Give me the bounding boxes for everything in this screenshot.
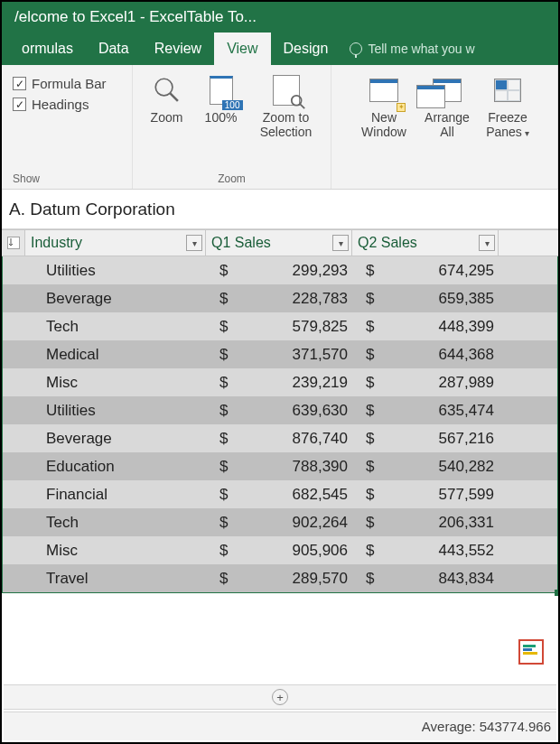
column-header-industry[interactable]: Industry ▾ <box>25 230 206 256</box>
cell-q2[interactable]: $843,834 <box>353 570 499 588</box>
cell-industry[interactable]: Beverage <box>26 290 207 308</box>
svg-line-3 <box>299 104 303 108</box>
ribbon: ✓ Formula Bar ✓ Headings Show Zoom 100 <box>2 65 558 190</box>
cell-q2[interactable]: $567,216 <box>353 430 499 448</box>
tab-formulas[interactable]: ormulas <box>9 33 86 65</box>
cell-q2[interactable]: $674,295 <box>353 262 499 280</box>
ribbon-group-label-zoom: Zoom <box>218 171 246 187</box>
filter-button-q1[interactable]: ▾ <box>332 235 349 251</box>
fill-handle[interactable] <box>555 590 560 596</box>
formula-bar[interactable]: A. Datum Corporation <box>2 190 558 229</box>
status-average-value: 543774.966 <box>480 719 551 734</box>
ribbon-tabs: ormulas Data Review View Design Tell me … <box>2 33 558 65</box>
table-row[interactable]: Utilities$639,630$635,474 <box>3 396 557 424</box>
cell-industry[interactable]: Education <box>26 458 207 476</box>
cell-industry[interactable]: Tech <box>26 318 207 336</box>
cell-q2[interactable]: $577,599 <box>353 486 499 504</box>
zoom-100-button[interactable]: 100 100% <box>196 70 247 141</box>
cell-q1[interactable]: $371,570 <box>207 346 353 364</box>
new-window-icon: ✦ <box>366 72 402 108</box>
quick-analysis-button[interactable] <box>518 639 544 665</box>
cell-industry[interactable]: Beverage <box>26 430 207 448</box>
table-row[interactable]: Misc$905,906$443,552 <box>3 536 557 564</box>
cell-industry[interactable]: Utilities <box>26 262 207 280</box>
cell-q1[interactable]: $228,783 <box>207 290 353 308</box>
table-row[interactable]: Misc$239,219$287,989 <box>3 368 557 396</box>
cell-industry[interactable]: Financial <box>26 486 207 504</box>
sort-icon <box>7 237 20 249</box>
cell-industry[interactable]: Utilities <box>26 402 207 420</box>
zoom-100-label: 100% <box>205 110 238 125</box>
tab-view[interactable]: View <box>214 33 270 65</box>
filter-button-q2[interactable]: ▾ <box>479 235 495 251</box>
table-row[interactable]: Tech$902,264$206,331 <box>3 508 557 536</box>
cell-industry[interactable]: Tech <box>26 514 207 532</box>
table-row[interactable]: Beverage$876,740$567,216 <box>3 424 557 452</box>
new-sheet-button[interactable]: + <box>272 689 288 705</box>
bulb-icon <box>350 42 362 55</box>
new-window-button[interactable]: ✦ NewWindow <box>354 70 414 141</box>
cell-q1[interactable]: $788,390 <box>207 458 353 476</box>
checkbox-formula-bar-label: Formula Bar <box>32 76 107 91</box>
arrange-all-icon <box>429 72 465 108</box>
ribbon-group-label-show: Show <box>13 171 40 187</box>
tell-me-placeholder: Tell me what you w <box>368 42 474 56</box>
cell-q1[interactable]: $239,219 <box>207 374 353 392</box>
table-row[interactable]: Utilities$299,293$674,295 <box>3 256 557 284</box>
tab-design[interactable]: Design <box>271 33 341 65</box>
cell-q2[interactable]: $206,331 <box>353 514 499 532</box>
column-header-q2[interactable]: Q2 Sales ▾ <box>352 230 499 256</box>
status-bar: Average: 543774.966 <box>4 711 556 740</box>
cell-q1[interactable]: $299,293 <box>207 262 353 280</box>
row-header-sort[interactable] <box>2 230 25 256</box>
cell-q2[interactable]: $659,385 <box>353 290 499 308</box>
arrange-all-button[interactable]: ArrangeAll <box>417 70 477 141</box>
tell-me-search[interactable]: Tell me what you w <box>341 33 483 65</box>
cell-q2[interactable]: $635,474 <box>353 402 499 420</box>
table-row[interactable]: Medical$371,570$644,368 <box>3 340 557 368</box>
status-average-label: Average: <box>422 719 476 734</box>
window-title: /elcome to Excel1 - Excel <box>14 8 187 26</box>
context-tab-table-tools[interactable]: Table To... <box>187 8 257 26</box>
tab-data[interactable]: Data <box>86 33 142 65</box>
checkbox-formula-bar[interactable]: ✓ Formula Bar <box>13 76 128 91</box>
table-row[interactable]: Tech$579,825$448,399 <box>3 312 557 340</box>
tab-review[interactable]: Review <box>142 33 214 65</box>
freeze-panes-button[interactable]: FreezePanes▾ <box>481 70 535 141</box>
zoom-to-selection-button[interactable]: Zoom toSelection <box>250 70 322 141</box>
cell-q1[interactable]: $905,906 <box>207 542 353 560</box>
magnifier-icon <box>149 72 185 108</box>
table-body: Utilities$299,293$674,295Beverage$228,78… <box>2 256 558 593</box>
cell-q2[interactable]: $540,282 <box>353 458 499 476</box>
cell-q2[interactable]: $443,552 <box>353 542 499 560</box>
formula-bar-content: A. Datum Corporation <box>9 200 175 219</box>
cell-industry[interactable]: Medical <box>26 346 207 364</box>
checkbox-headings[interactable]: ✓ Headings <box>13 97 128 112</box>
zoom-button-label: Zoom <box>151 110 183 125</box>
ribbon-group-zoom: Zoom 100 100% Zoom toSelection Zoom <box>133 65 331 189</box>
cell-q1[interactable]: $579,825 <box>207 318 353 336</box>
cell-q1[interactable]: $289,570 <box>207 570 353 588</box>
cell-q1[interactable]: $682,545 <box>207 486 353 504</box>
cell-q1[interactable]: $876,740 <box>207 430 353 448</box>
column-header-q2-label: Q2 Sales <box>358 235 417 251</box>
zoom-button[interactable]: Zoom <box>142 70 192 141</box>
cell-q1[interactable]: $639,630 <box>207 402 353 420</box>
table-row[interactable]: Financial$682,545$577,599 <box>3 480 557 508</box>
table-row[interactable]: Education$788,390$540,282 <box>3 452 557 480</box>
quick-analysis-icon <box>523 644 539 660</box>
cell-q2[interactable]: $644,368 <box>353 346 499 364</box>
column-header-q1[interactable]: Q1 Sales ▾ <box>206 230 352 256</box>
filter-button-industry[interactable]: ▾ <box>186 235 202 251</box>
cell-industry[interactable]: Misc <box>26 542 207 560</box>
cell-industry[interactable]: Misc <box>26 374 207 392</box>
cell-q2[interactable]: $287,989 <box>353 374 499 392</box>
svg-point-0 <box>155 79 173 96</box>
chevron-down-icon: ▾ <box>525 128 529 138</box>
cell-industry[interactable]: Travel <box>26 570 207 588</box>
table-row[interactable]: Beverage$228,783$659,385 <box>3 284 557 312</box>
checkbox-headings-label: Headings <box>32 97 89 112</box>
table-row[interactable]: Travel$289,570$843,834 <box>3 564 557 592</box>
cell-q1[interactable]: $902,264 <box>207 514 353 532</box>
cell-q2[interactable]: $448,399 <box>353 318 499 336</box>
